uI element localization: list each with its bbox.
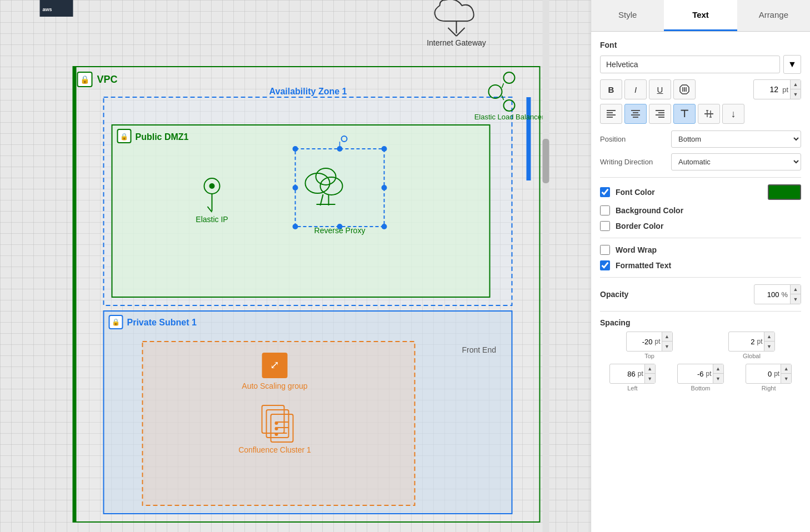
spacing-left-label: Left bbox=[627, 385, 637, 392]
font-row: ▼ bbox=[600, 55, 801, 74]
svg-text:🔒: 🔒 bbox=[112, 318, 120, 326]
border-color-row: Border Color bbox=[600, 221, 801, 231]
svg-point-43 bbox=[275, 421, 278, 425]
right-panel: Style Text Arrange Font ▼ B I U bbox=[591, 0, 810, 532]
spacing-right-unit: pt bbox=[774, 370, 781, 378]
background-color-checkbox[interactable] bbox=[600, 205, 610, 215]
background-color-row: Background Color bbox=[600, 205, 801, 215]
spacing-left-item: pt ▲ ▼ Left bbox=[600, 364, 665, 392]
svg-line-48 bbox=[680, 85, 682, 87]
spacing-global-group: pt ▲ ▼ bbox=[728, 332, 774, 352]
svg-rect-34 bbox=[527, 97, 531, 180]
spacing-right-input[interactable] bbox=[746, 368, 774, 380]
font-color-label[interactable]: Font Color bbox=[616, 188, 655, 197]
align-left-button[interactable] bbox=[600, 104, 622, 124]
font-input[interactable] bbox=[600, 56, 780, 73]
spacing-right-down[interactable]: ▼ bbox=[781, 374, 791, 383]
valign-top-button[interactable]: ⊤ bbox=[673, 104, 696, 124]
spacing-top-up[interactable]: ▲ bbox=[662, 332, 672, 342]
formatted-text-row: Formatted Text bbox=[600, 260, 801, 270]
background-color-label[interactable]: Background Color bbox=[616, 206, 683, 215]
position-select[interactable]: Bottom Top Left Right Center bbox=[671, 131, 801, 148]
spacing-right-group: pt ▲ ▼ bbox=[746, 364, 792, 384]
formatted-text-checkbox[interactable] bbox=[600, 260, 610, 270]
bold-button[interactable]: B bbox=[600, 79, 622, 99]
spacing-bottom-item: pt ▲ ▼ Bottom bbox=[668, 364, 733, 392]
border-color-checkbox[interactable] bbox=[600, 221, 610, 231]
tab-text[interactable]: Text bbox=[664, 0, 737, 31]
font-color-swatch[interactable] bbox=[768, 184, 801, 200]
font-size-down[interactable]: ▼ bbox=[791, 89, 801, 99]
reverse-proxy[interactable]: Reverse Proxy bbox=[293, 136, 387, 235]
font-size-group: pt ▲ ▼ bbox=[753, 79, 801, 99]
font-size-input[interactable] bbox=[754, 83, 781, 96]
canvas[interactable]: aws Internet Gateway 🔒 VPC Availability … bbox=[0, 0, 591, 532]
valign-middle-button[interactable] bbox=[698, 104, 720, 124]
underline-button[interactable]: U bbox=[649, 79, 671, 99]
spacing-global-input[interactable] bbox=[729, 335, 757, 348]
border-color-label[interactable]: Border Color bbox=[616, 222, 663, 230]
opacity-up[interactable]: ▲ bbox=[791, 285, 801, 294]
tab-style[interactable]: Style bbox=[591, 0, 664, 31]
spacing-bottom-input[interactable] bbox=[678, 368, 706, 380]
reverse-proxy-label: Reverse Proxy bbox=[314, 226, 366, 235]
spacing-bottom-row: pt ▲ ▼ Left pt ▲ ▼ bbox=[600, 364, 801, 392]
word-wrap-label[interactable]: Word Wrap bbox=[616, 245, 657, 254]
tab-arrange[interactable]: Arrange bbox=[737, 0, 810, 31]
spacing-left-down[interactable]: ▼ bbox=[645, 374, 655, 383]
spacing-right-label: Right bbox=[762, 385, 776, 392]
italic-button[interactable]: I bbox=[624, 79, 647, 99]
svg-line-50 bbox=[687, 85, 689, 87]
font-size-up[interactable]: ▲ bbox=[791, 80, 801, 89]
opacity-down[interactable]: ▼ bbox=[791, 294, 801, 304]
spacing-bottom-up[interactable]: ▲ bbox=[713, 364, 723, 374]
opacity-row: Opacity % ▲ ▼ bbox=[600, 284, 801, 304]
svg-point-16 bbox=[293, 185, 298, 190]
spacing-top-unit: pt bbox=[654, 338, 661, 345]
divider-2 bbox=[600, 238, 801, 238]
svg-point-20 bbox=[382, 224, 387, 229]
strikethrough-button[interactable] bbox=[673, 79, 696, 99]
spacing-top-input[interactable] bbox=[627, 335, 654, 348]
spacing-left-group: pt ▲ ▼ bbox=[609, 364, 656, 384]
svg-point-17 bbox=[382, 185, 387, 190]
align-right-button[interactable] bbox=[649, 104, 671, 124]
align-center-button[interactable] bbox=[624, 104, 647, 124]
az-label: Availability Zone 1 bbox=[269, 87, 347, 96]
opacity-input[interactable] bbox=[754, 288, 781, 301]
spacing-top-down[interactable]: ▼ bbox=[662, 342, 672, 351]
spacing-left-up[interactable]: ▲ bbox=[645, 364, 655, 374]
opacity-unit: % bbox=[781, 290, 790, 299]
word-wrap-row: Word Wrap bbox=[600, 245, 801, 255]
spacing-global-down[interactable]: ▼ bbox=[764, 342, 774, 351]
spacing-left-input[interactable] bbox=[610, 368, 638, 380]
spacing-bottom-unit: pt bbox=[706, 370, 712, 378]
align-right-icon bbox=[654, 108, 666, 120]
spacing-right-item: pt ▲ ▼ Right bbox=[736, 364, 801, 392]
opacity-label: Opacity bbox=[600, 290, 644, 299]
spacing-top-spinners: ▲ ▼ bbox=[662, 332, 672, 351]
font-color-checkbox[interactable] bbox=[600, 187, 610, 197]
spacing-bottom-spinners: ▲ ▼ bbox=[713, 364, 723, 383]
front-end-label: Front End bbox=[462, 345, 496, 354]
font-section-label: Font bbox=[600, 41, 801, 49]
svg-line-4 bbox=[457, 28, 465, 36]
formatted-text-label[interactable]: Formatted Text bbox=[616, 261, 671, 270]
pt-label: pt bbox=[781, 86, 790, 94]
svg-line-3 bbox=[448, 28, 457, 36]
opacity-input-group: % ▲ ▼ bbox=[754, 284, 801, 304]
position-row: Position Bottom Top Left Right Center bbox=[600, 131, 801, 148]
valign-bottom-button[interactable]: ↓ bbox=[722, 104, 744, 124]
opacity-spinners: ▲ ▼ bbox=[790, 285, 801, 304]
spacing-global-unit: pt bbox=[757, 338, 763, 345]
writing-direction-select[interactable]: Automatic Left to Right Right to Left bbox=[671, 153, 801, 170]
word-wrap-checkbox[interactable] bbox=[600, 245, 610, 255]
spacing-global-up[interactable]: ▲ bbox=[764, 332, 774, 342]
font-dropdown-btn[interactable]: ▼ bbox=[783, 55, 801, 74]
spacing-right-up[interactable]: ▲ bbox=[781, 364, 791, 374]
spacing-bottom-group: pt ▲ ▼ bbox=[677, 364, 723, 384]
align-left-icon bbox=[605, 108, 617, 120]
format-row-1: B I U bbox=[600, 79, 801, 99]
spacing-bottom-down[interactable]: ▼ bbox=[713, 374, 723, 383]
font-size-spinners: ▲ ▼ bbox=[790, 80, 801, 99]
